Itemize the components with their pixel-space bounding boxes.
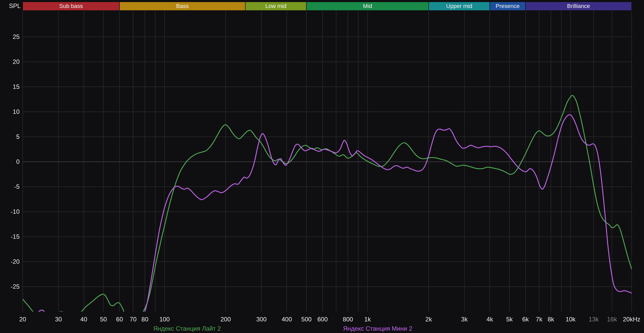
x-tick-label: 5k (506, 316, 513, 323)
x-tick-label: 1k (364, 316, 371, 323)
y-tick-label: -15 (11, 233, 20, 240)
y-tick-label: 20 (13, 58, 20, 65)
band-label: Low mid (265, 3, 286, 9)
y-tick-label: -20 (11, 258, 20, 265)
band-label: Presence (496, 3, 520, 9)
x-tick-label: 2k (425, 316, 432, 323)
y-tick-label: 15 (13, 83, 20, 90)
y-tick-label: -5 (14, 183, 20, 190)
y-tick-label: 5 (16, 133, 20, 140)
x-tick-label: 13k (589, 316, 599, 323)
chart-background (0, 0, 644, 333)
band-label: Bass (176, 3, 189, 9)
x-tick-label: 8k (548, 316, 554, 323)
x-tick-label: 800 (343, 316, 353, 323)
x-tick-label: 80 (141, 316, 148, 323)
x-tick-label: 3k (461, 316, 468, 323)
y-tick-label: -10 (11, 208, 20, 215)
legend-item: Яндекс Станция Мини 2 (343, 325, 412, 332)
x-tick-label: 300 (256, 316, 267, 323)
y-tick-label: 25 (13, 33, 20, 40)
x-tick-label: 50 (100, 316, 107, 323)
frequency-response-chart: Sub bassBassLow midMidUpper midPresenceB… (0, 0, 644, 333)
x-tick-label: 100 (159, 316, 170, 323)
band-label: Sub bass (59, 3, 83, 9)
x-tick-label: 20 (19, 316, 26, 323)
y-tick-label: 0 (16, 158, 20, 165)
y-tick-label: 10 (13, 108, 20, 115)
x-tick-label: 200 (221, 316, 231, 323)
x-tick-label: 500 (301, 316, 312, 323)
band-label: Brilliance (567, 3, 590, 9)
x-tick-label: 6k (522, 316, 529, 323)
x-tick-label: 16k (607, 316, 617, 323)
legend-item: Яндекс Станция Лайт 2 (153, 325, 221, 332)
x-tick-label: 400 (282, 316, 292, 323)
x-tick-label: 20kHz (623, 316, 640, 323)
x-tick-label: 4k (487, 316, 493, 323)
x-tick-label: 10k (565, 316, 576, 323)
spl-axis-label: SPL (9, 2, 21, 9)
x-tick-label: 70 (130, 316, 137, 323)
x-tick-label: 40 (80, 316, 87, 323)
x-tick-label: 60 (116, 316, 123, 323)
band-label: Mid (363, 3, 372, 9)
x-tick-label: 30 (55, 316, 62, 323)
band-label: Upper mid (446, 3, 472, 9)
y-tick-label: -25 (11, 283, 20, 290)
chart-canvas: Sub bassBassLow midMidUpper midPresenceB… (0, 0, 644, 333)
x-tick-label: 600 (317, 316, 328, 323)
x-tick-label: 7k (536, 316, 543, 323)
